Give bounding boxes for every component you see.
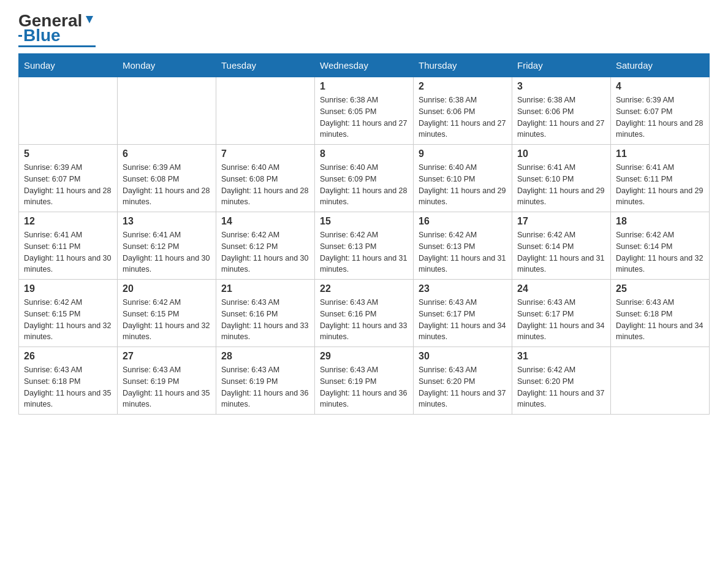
calendar-cell: 19Sunrise: 6:42 AM Sunset: 6:15 PM Dayli… <box>19 280 118 347</box>
day-info: Sunrise: 6:42 AM Sunset: 6:13 PM Dayligh… <box>320 229 408 275</box>
calendar-cell: 25Sunrise: 6:43 AM Sunset: 6:18 PM Dayli… <box>611 280 710 347</box>
day-number: 10 <box>517 148 605 159</box>
day-number: 27 <box>123 351 211 362</box>
week-row-4: 19Sunrise: 6:42 AM Sunset: 6:15 PM Dayli… <box>19 280 710 347</box>
calendar-cell: 14Sunrise: 6:42 AM Sunset: 6:12 PM Dayli… <box>216 212 315 280</box>
day-number: 11 <box>616 148 704 159</box>
header-friday: Friday <box>512 54 611 77</box>
day-number: 1 <box>320 81 408 92</box>
logo-triangle-icon <box>83 13 96 26</box>
calendar-header: SundayMondayTuesdayWednesdayThursdayFrid… <box>19 54 710 77</box>
day-number: 2 <box>419 81 507 92</box>
calendar-cell: 18Sunrise: 6:42 AM Sunset: 6:14 PM Dayli… <box>611 212 710 280</box>
calendar-cell: 1Sunrise: 6:38 AM Sunset: 6:05 PM Daylig… <box>315 77 414 145</box>
day-number: 28 <box>221 351 309 362</box>
day-info: Sunrise: 6:41 AM Sunset: 6:11 PM Dayligh… <box>24 229 112 275</box>
day-info: Sunrise: 6:39 AM Sunset: 6:07 PM Dayligh… <box>616 94 704 140</box>
day-number: 31 <box>517 351 605 362</box>
header-saturday: Saturday <box>611 54 710 77</box>
calendar-cell: 12Sunrise: 6:41 AM Sunset: 6:11 PM Dayli… <box>19 212 118 280</box>
calendar-cell: 15Sunrise: 6:42 AM Sunset: 6:13 PM Dayli… <box>315 212 414 280</box>
calendar-cell: 31Sunrise: 6:42 AM Sunset: 6:20 PM Dayli… <box>512 347 611 415</box>
calendar-cell: 6Sunrise: 6:39 AM Sunset: 6:08 PM Daylig… <box>118 145 216 212</box>
day-info: Sunrise: 6:43 AM Sunset: 6:16 PM Dayligh… <box>221 297 309 343</box>
day-info: Sunrise: 6:43 AM Sunset: 6:17 PM Dayligh… <box>419 297 507 343</box>
day-info: Sunrise: 6:40 AM Sunset: 6:09 PM Dayligh… <box>320 162 408 208</box>
day-number: 8 <box>320 148 408 159</box>
day-number: 26 <box>24 351 112 362</box>
calendar-cell <box>118 77 216 145</box>
calendar-cell: 21Sunrise: 6:43 AM Sunset: 6:16 PM Dayli… <box>216 280 315 347</box>
day-info: Sunrise: 6:43 AM Sunset: 6:19 PM Dayligh… <box>123 364 211 410</box>
calendar-cell: 20Sunrise: 6:42 AM Sunset: 6:15 PM Dayli… <box>118 280 216 347</box>
calendar-cell: 17Sunrise: 6:42 AM Sunset: 6:14 PM Dayli… <box>512 212 611 280</box>
day-number: 24 <box>517 283 605 294</box>
day-number: 30 <box>419 351 507 362</box>
day-info: Sunrise: 6:43 AM Sunset: 6:17 PM Dayligh… <box>517 297 605 343</box>
week-row-5: 26Sunrise: 6:43 AM Sunset: 6:18 PM Dayli… <box>19 347 710 415</box>
week-row-1: 1Sunrise: 6:38 AM Sunset: 6:05 PM Daylig… <box>19 77 710 145</box>
day-number: 16 <box>419 216 507 227</box>
svg-marker-0 <box>86 16 93 23</box>
logo-blue-text: Blue <box>23 27 61 44</box>
day-info: Sunrise: 6:38 AM Sunset: 6:06 PM Dayligh… <box>419 94 507 140</box>
day-number: 7 <box>221 148 309 159</box>
day-number: 5 <box>24 148 112 159</box>
logo-underline <box>18 45 96 47</box>
header-wednesday: Wednesday <box>315 54 414 77</box>
calendar-cell <box>19 77 118 145</box>
day-info: Sunrise: 6:41 AM Sunset: 6:11 PM Dayligh… <box>616 162 704 208</box>
day-info: Sunrise: 6:43 AM Sunset: 6:16 PM Dayligh… <box>320 297 408 343</box>
calendar-cell: 2Sunrise: 6:38 AM Sunset: 6:06 PM Daylig… <box>414 77 512 145</box>
day-info: Sunrise: 6:40 AM Sunset: 6:10 PM Dayligh… <box>419 162 507 208</box>
calendar-cell: 27Sunrise: 6:43 AM Sunset: 6:19 PM Dayli… <box>118 347 216 415</box>
calendar-cell: 9Sunrise: 6:40 AM Sunset: 6:10 PM Daylig… <box>414 145 512 212</box>
day-info: Sunrise: 6:38 AM Sunset: 6:06 PM Dayligh… <box>517 94 605 140</box>
day-info: Sunrise: 6:40 AM Sunset: 6:08 PM Dayligh… <box>221 162 309 208</box>
day-number: 3 <box>517 81 605 92</box>
calendar-cell: 22Sunrise: 6:43 AM Sunset: 6:16 PM Dayli… <box>315 280 414 347</box>
calendar-table: SundayMondayTuesdayWednesdayThursdayFrid… <box>18 53 710 415</box>
day-number: 22 <box>320 283 408 294</box>
header-thursday: Thursday <box>414 54 512 77</box>
day-number: 14 <box>221 216 309 227</box>
day-number: 21 <box>221 283 309 294</box>
calendar-cell: 23Sunrise: 6:43 AM Sunset: 6:17 PM Dayli… <box>414 280 512 347</box>
day-info: Sunrise: 6:42 AM Sunset: 6:14 PM Dayligh… <box>517 229 605 275</box>
calendar-cell: 8Sunrise: 6:40 AM Sunset: 6:09 PM Daylig… <box>315 145 414 212</box>
day-info: Sunrise: 6:38 AM Sunset: 6:05 PM Dayligh… <box>320 94 408 140</box>
calendar-cell: 24Sunrise: 6:43 AM Sunset: 6:17 PM Dayli… <box>512 280 611 347</box>
day-number: 19 <box>24 283 112 294</box>
day-info: Sunrise: 6:41 AM Sunset: 6:12 PM Dayligh… <box>123 229 211 275</box>
calendar-cell: 7Sunrise: 6:40 AM Sunset: 6:08 PM Daylig… <box>216 145 315 212</box>
day-number: 15 <box>320 216 408 227</box>
day-info: Sunrise: 6:43 AM Sunset: 6:19 PM Dayligh… <box>320 364 408 410</box>
day-info: Sunrise: 6:43 AM Sunset: 6:18 PM Dayligh… <box>616 297 704 343</box>
day-info: Sunrise: 6:43 AM Sunset: 6:20 PM Dayligh… <box>419 364 507 410</box>
page-header: General Blue <box>18 12 710 47</box>
header-monday: Monday <box>118 54 216 77</box>
calendar-cell: 28Sunrise: 6:43 AM Sunset: 6:19 PM Dayli… <box>216 347 315 415</box>
day-info: Sunrise: 6:39 AM Sunset: 6:07 PM Dayligh… <box>24 162 112 208</box>
day-number: 4 <box>616 81 704 92</box>
day-number: 20 <box>123 283 211 294</box>
header-tuesday: Tuesday <box>216 54 315 77</box>
day-number: 25 <box>616 283 704 294</box>
day-number: 12 <box>24 216 112 227</box>
calendar-cell <box>216 77 315 145</box>
day-info: Sunrise: 6:42 AM Sunset: 6:14 PM Dayligh… <box>616 229 704 275</box>
day-info: Sunrise: 6:41 AM Sunset: 6:10 PM Dayligh… <box>517 162 605 208</box>
calendar-cell: 26Sunrise: 6:43 AM Sunset: 6:18 PM Dayli… <box>19 347 118 415</box>
calendar-cell: 10Sunrise: 6:41 AM Sunset: 6:10 PM Dayli… <box>512 145 611 212</box>
calendar-body: 1Sunrise: 6:38 AM Sunset: 6:05 PM Daylig… <box>19 77 710 415</box>
day-info: Sunrise: 6:39 AM Sunset: 6:08 PM Dayligh… <box>123 162 211 208</box>
weekday-header-row: SundayMondayTuesdayWednesdayThursdayFrid… <box>19 54 710 77</box>
day-info: Sunrise: 6:43 AM Sunset: 6:19 PM Dayligh… <box>221 364 309 410</box>
week-row-3: 12Sunrise: 6:41 AM Sunset: 6:11 PM Dayli… <box>19 212 710 280</box>
day-info: Sunrise: 6:43 AM Sunset: 6:18 PM Dayligh… <box>24 364 112 410</box>
calendar-cell: 4Sunrise: 6:39 AM Sunset: 6:07 PM Daylig… <box>611 77 710 145</box>
calendar-cell <box>611 347 710 415</box>
header-sunday: Sunday <box>19 54 118 77</box>
calendar-cell: 11Sunrise: 6:41 AM Sunset: 6:11 PM Dayli… <box>611 145 710 212</box>
calendar-cell: 5Sunrise: 6:39 AM Sunset: 6:07 PM Daylig… <box>19 145 118 212</box>
